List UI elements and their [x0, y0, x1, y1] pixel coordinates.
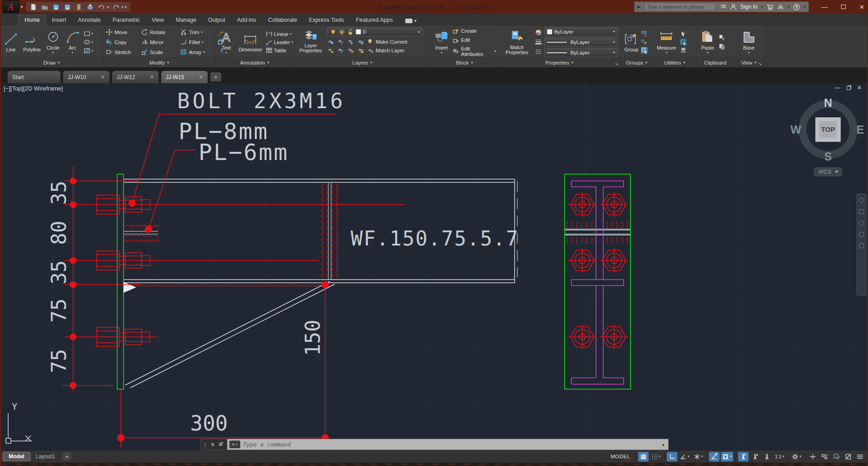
quick-select-icon[interactable]	[680, 30, 687, 37]
undo-dropdown-arrow[interactable]: ▾	[107, 5, 109, 9]
viewcube-south[interactable]: S	[824, 150, 832, 163]
mirror-button[interactable]: Mirror	[141, 39, 180, 45]
measure-dropdown-arrow[interactable]: ▾	[666, 51, 668, 54]
viewport-controls[interactable]: [−][Top][2D Wireframe]	[4, 85, 63, 92]
sign-in-button[interactable]: Sign In	[740, 4, 757, 10]
search-icon[interactable]	[719, 4, 726, 10]
viewcube-west[interactable]: W	[790, 123, 801, 136]
help-icon[interactable]: ?	[793, 4, 800, 10]
trim-button[interactable]: Trim▾	[180, 29, 215, 35]
undo-button[interactable]	[98, 3, 106, 11]
tab-parametric[interactable]: Parametric	[107, 15, 146, 25]
pan-icon[interactable]	[859, 209, 864, 214]
command-close-icon[interactable]: ✕	[210, 441, 215, 448]
autodesk-account-icon[interactable]	[777, 4, 784, 10]
leader-dropdown-arrow[interactable]: ▾	[292, 40, 293, 44]
tab-manage[interactable]: Manage	[170, 15, 202, 25]
tab-annotate[interactable]: Annotate	[72, 15, 107, 25]
clean-screen-button[interactable]	[843, 452, 853, 461]
save-as-button[interactable]	[64, 3, 72, 11]
viewcube-top-label[interactable]: TOP	[821, 125, 835, 133]
stretch-button[interactable]: Stretch	[106, 49, 141, 55]
panel-modify-footer[interactable]: Modify▾	[104, 57, 215, 67]
redo-dropdown-arrow[interactable]: ▾	[122, 5, 124, 9]
panel-utilities-footer[interactable]: Utilities▾	[653, 57, 696, 67]
layer-select-combo[interactable]: 0 ▾	[327, 27, 422, 36]
cut-icon[interactable]	[719, 34, 725, 41]
polar-tracking-toggle[interactable]: ▾	[679, 452, 691, 461]
save-to-mobile-button[interactable]	[75, 3, 83, 11]
new-layout-button[interactable]: +	[62, 452, 71, 461]
panel-groups-footer[interactable]: Groups▾	[620, 57, 653, 67]
command-line-bar[interactable]: ⣿ ✕ >▾ ▲	[201, 439, 669, 450]
user-icon[interactable]	[730, 4, 737, 10]
drawing-restore-button[interactable]	[847, 86, 851, 90]
trim-dropdown-arrow[interactable]: ▾	[201, 30, 203, 34]
layer-on-all-icon[interactable]	[337, 47, 344, 54]
drawing-minimize-button[interactable]: —	[835, 85, 840, 91]
panel-properties-footer[interactable]: Properties▾↘	[499, 57, 620, 67]
viewcube-east[interactable]: E	[857, 123, 864, 136]
app-menu-arrow-icon[interactable]: ▼	[20, 5, 24, 9]
isolate-objects-button[interactable]	[819, 452, 830, 461]
color-wheel-icon[interactable]	[535, 29, 542, 36]
tab-express-tools[interactable]: Express Tools	[303, 15, 350, 25]
insert-block-button[interactable]: Insert▾	[433, 30, 450, 55]
edit-block-button[interactable]: Edit	[452, 37, 496, 44]
edit-attributes-button[interactable]: Edit Attributes▾	[452, 46, 496, 57]
object-snap-toggle[interactable]: ▾	[721, 452, 733, 461]
drawing-canvas[interactable]: BOLT 2X3M16 PL−8mm PL−6mm WF.150.75.5.7 …	[0, 83, 868, 451]
copy-clip-icon[interactable]	[719, 43, 725, 50]
text-dropdown-arrow[interactable]: ▾	[225, 51, 227, 54]
layout1-tab[interactable]: Layout1	[30, 452, 61, 461]
save-button[interactable]	[52, 3, 60, 11]
layer-properties-button[interactable]: Layer Properties	[297, 27, 325, 54]
file-tab-start[interactable]: Start	[7, 70, 61, 83]
snap-toggle[interactable]: ▾	[650, 452, 662, 461]
linetype-combo[interactable]: ByLayer▾	[544, 48, 618, 57]
layer-combo-arrow[interactable]: ▾	[418, 30, 420, 34]
tab-featured-apps[interactable]: Featured Apps	[350, 15, 399, 25]
annotation-scale-icon[interactable]	[762, 452, 772, 461]
navigation-bar[interactable]	[857, 194, 866, 296]
scale-button[interactable]: Scale	[141, 49, 180, 55]
annotation-visibility-toggle[interactable]	[738, 452, 749, 461]
panel-view-footer[interactable]: View▾↘	[734, 57, 764, 67]
array-dropdown-arrow[interactable]: ▾	[203, 50, 205, 54]
copy-button[interactable]: Copy	[106, 39, 141, 45]
layer-unisolate-icon[interactable]	[337, 38, 344, 45]
lineweight-combo[interactable]: ByLayer▾	[544, 38, 618, 47]
customization-menu-button[interactable]	[855, 452, 865, 461]
new-drawing-tab-button[interactable]: +	[210, 72, 222, 82]
tab-view[interactable]: View	[146, 15, 170, 25]
tab-add-ins[interactable]: Add-ins	[231, 15, 262, 25]
command-customize-wrench-icon[interactable]	[218, 441, 224, 448]
match-layer-button[interactable]: Match Layer	[367, 47, 404, 54]
linetype-icon[interactable]	[535, 48, 542, 55]
command-input[interactable]	[243, 441, 659, 448]
measure-button[interactable]: Measure▾	[655, 30, 678, 55]
properties-dialog-launcher[interactable]: ↘	[615, 61, 618, 66]
redo-button[interactable]	[112, 3, 120, 11]
base-button[interactable]: Base▾	[740, 30, 758, 55]
zoom-icon[interactable]	[859, 220, 864, 225]
panel-layers-footer[interactable]: Layers▾	[294, 57, 430, 67]
dimension-button[interactable]: Dimension	[237, 31, 263, 53]
base-dropdown-arrow[interactable]: ▾	[748, 51, 750, 54]
rotate-button[interactable]: Rotate	[141, 29, 180, 35]
layer-lock-icon[interactable]	[357, 38, 364, 45]
help-dropdown-arrow[interactable]: ▾	[804, 5, 806, 9]
open-file-button[interactable]	[41, 3, 49, 11]
plot-button[interactable]	[86, 3, 94, 11]
create-block-button[interactable]: Create	[452, 28, 496, 35]
autocad-app-button[interactable]: A	[3, 0, 19, 13]
match-properties-button[interactable]: Match Properties	[501, 29, 533, 55]
view-dialog-launcher[interactable]: ↘	[758, 61, 762, 66]
file-tab-jj-w10[interactable]: JJ-W10✕	[63, 70, 110, 83]
array-button[interactable]: Array▾	[180, 49, 215, 55]
arc-button[interactable]: Arc▾	[64, 30, 81, 55]
maximize-button[interactable]	[841, 5, 846, 9]
command-history-arrow[interactable]: ▲	[661, 442, 666, 447]
calculator-icon[interactable]	[680, 47, 687, 54]
orbit-icon[interactable]	[859, 232, 864, 237]
